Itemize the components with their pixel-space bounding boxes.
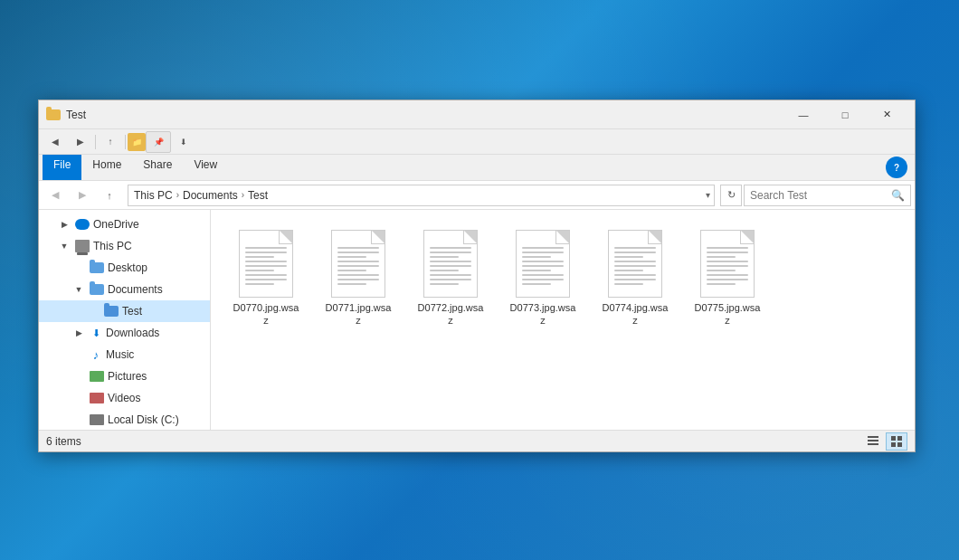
minimize-button[interactable]: — (783, 100, 824, 129)
tab-view[interactable]: View (183, 155, 228, 180)
qa-properties-button[interactable]: 📁 (128, 133, 146, 151)
music-icon: ♪ (90, 348, 102, 361)
local-disk-icon (90, 414, 104, 425)
file-label: D0774.jpg.wsaz (600, 301, 670, 327)
file-label: D0773.jpg.wsaz (508, 301, 578, 327)
status-bar: 6 items (39, 430, 915, 451)
onedrive-expand-icon: ▶ (57, 217, 71, 232)
large-icons-view-button[interactable] (886, 432, 907, 451)
sidebar-desktop-label: Desktop (108, 261, 147, 274)
sidebar-local-disk-label: Local Disk (C:) (108, 413, 179, 426)
close-button[interactable]: ✕ (866, 100, 907, 129)
test-expand-icon (86, 304, 100, 318)
breadcrumb-test[interactable]: Test (246, 189, 270, 202)
qa-forward-button[interactable]: ▶ (68, 131, 93, 153)
music-expand-icon (71, 347, 86, 362)
file-explorer-window: Test — □ ✕ ◀ ▶ ↑ 📁 📌 ⬇ File Home Share V… (38, 100, 916, 452)
nav-forward-button[interactable]: ▶ (70, 184, 95, 207)
qa-up-button[interactable]: ↑ (98, 131, 123, 153)
svg-rect-0 (868, 436, 878, 438)
desktop-folder-icon (90, 262, 104, 273)
local-disk-expand-icon (71, 413, 86, 427)
file-item[interactable]: D0772.jpg.wsaz (410, 224, 491, 333)
address-dropdown-arrow[interactable]: ▾ (706, 190, 710, 200)
main-content: ▶ OneDrive ▼ This PC Desktop ▼ Documents (39, 210, 915, 430)
details-view-button[interactable] (862, 432, 884, 451)
sidebar-music-label: Music (106, 348, 134, 361)
qa-divider-1 (95, 135, 96, 149)
files-grid: D0770.jpg.wsazD0771.jpg.wsazD0772.jpg.ws… (225, 224, 900, 333)
sidebar-videos-label: Videos (108, 392, 140, 404)
qa-back-button[interactable]: ◀ (43, 131, 68, 153)
sidebar-item-downloads[interactable]: ▶ ⬇ Downloads (39, 322, 210, 344)
videos-icon (90, 393, 104, 403)
sidebar: ▶ OneDrive ▼ This PC Desktop ▼ Documents (39, 210, 211, 430)
svg-rect-5 (891, 442, 896, 447)
file-icon (331, 230, 385, 298)
refresh-button[interactable]: ↻ (720, 185, 742, 206)
sidebar-test-label: Test (122, 305, 142, 318)
onedrive-icon (75, 219, 90, 230)
breadcrumb-sep-1: › (176, 190, 179, 200)
sidebar-item-desktop[interactable]: Desktop (39, 257, 210, 279)
file-item[interactable]: D0774.jpg.wsaz (594, 224, 676, 333)
svg-rect-2 (868, 443, 878, 445)
search-bar[interactable]: 🔍 (744, 185, 911, 206)
search-input[interactable] (750, 189, 891, 202)
file-icon (239, 230, 293, 298)
sidebar-documents-label: Documents (108, 283, 163, 296)
sidebar-this-pc-label: This PC (93, 240, 132, 252)
sidebar-item-onedrive[interactable]: ▶ OneDrive (39, 214, 210, 235)
desktop-expand-icon (71, 261, 86, 275)
videos-expand-icon (71, 391, 86, 405)
tab-file[interactable]: File (43, 155, 81, 180)
file-label: D0771.jpg.wsaz (323, 301, 394, 327)
this-pc-icon (75, 240, 90, 252)
address-bar[interactable]: This PC › Documents › Test ▾ (128, 185, 715, 206)
search-icon[interactable]: 🔍 (891, 189, 905, 202)
file-label: D0770.jpg.wsaz (231, 301, 301, 327)
breadcrumb-sep-2: › (242, 190, 244, 200)
test-folder-icon (104, 306, 119, 317)
item-count: 6 items (46, 435, 862, 448)
nav-up-button[interactable]: ↑ (97, 184, 122, 207)
maximize-button[interactable]: □ (824, 100, 866, 129)
ribbon: File Home Share View ? (39, 155, 915, 181)
sidebar-item-local-disk[interactable]: Local Disk (C:) (39, 409, 210, 430)
file-item[interactable]: D0771.jpg.wsaz (318, 224, 399, 333)
svg-rect-4 (897, 436, 902, 441)
file-item[interactable]: D0773.jpg.wsaz (502, 224, 584, 333)
file-icon (423, 230, 478, 298)
breadcrumb-documents[interactable]: Documents (181, 189, 240, 202)
sidebar-pictures-label: Pictures (108, 370, 147, 383)
tab-home[interactable]: Home (81, 155, 132, 180)
breadcrumb-this-pc[interactable]: This PC (132, 189, 175, 202)
file-area: D0770.jpg.wsazD0771.jpg.wsazD0772.jpg.ws… (211, 210, 915, 430)
file-icon (608, 230, 662, 298)
file-label: D0775.jpg.wsaz (692, 301, 763, 327)
sidebar-item-this-pc[interactable]: ▼ This PC (39, 235, 210, 257)
quick-access-toolbar: ◀ ▶ ↑ 📁 📌 ⬇ (39, 129, 915, 155)
window-folder-icon (46, 108, 61, 122)
pictures-icon (90, 371, 104, 382)
file-icon (700, 230, 755, 298)
sidebar-item-videos[interactable]: Videos (39, 387, 210, 409)
title-controls: — □ ✕ (783, 100, 907, 129)
downloads-expand-icon: ▶ (71, 326, 86, 340)
file-item[interactable]: D0770.jpg.wsaz (225, 224, 307, 333)
qa-pin-button[interactable]: 📌 (146, 131, 171, 153)
sidebar-item-documents[interactable]: ▼ Documents (39, 279, 210, 300)
qa-extra-button[interactable]: ⬇ (171, 131, 196, 153)
sidebar-item-test[interactable]: Test (39, 300, 210, 322)
tab-share[interactable]: Share (132, 155, 183, 180)
sidebar-item-pictures[interactable]: Pictures (39, 365, 210, 387)
nav-back-button[interactable]: ◀ (43, 184, 68, 207)
svg-rect-3 (891, 436, 896, 441)
view-buttons (862, 432, 907, 451)
sidebar-item-music[interactable]: ♪ Music (39, 344, 210, 365)
sidebar-onedrive-label: OneDrive (93, 218, 139, 231)
file-item[interactable]: D0775.jpg.wsaz (687, 224, 768, 333)
ribbon-help-button[interactable]: ? (886, 157, 907, 178)
documents-folder-icon (90, 284, 104, 295)
downloads-icon: ⬇ (90, 327, 102, 339)
